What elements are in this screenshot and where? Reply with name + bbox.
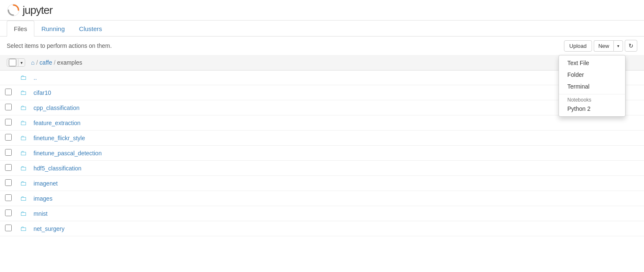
file-link[interactable]: mnist	[34, 210, 47, 217]
upload-button[interactable]: Upload	[564, 40, 592, 52]
row-checkbox-cell	[0, 131, 17, 146]
folder-icon: 🗀	[20, 149, 27, 157]
file-link[interactable]: finetune_flickr_style	[34, 135, 85, 141]
folder-icon: 🗀	[20, 89, 27, 96]
row-checkbox[interactable]	[5, 225, 12, 231]
breadcrumb-examples: examples	[57, 59, 82, 66]
row-checkbox[interactable]	[5, 104, 12, 110]
folder-icon: 🗀	[20, 195, 27, 202]
row-size-cell	[597, 191, 644, 206]
row-checkbox[interactable]	[5, 209, 12, 216]
row-name-cell: feature_extraction	[30, 115, 551, 131]
row-checkbox[interactable]	[5, 149, 12, 156]
row-size-cell	[597, 131, 644, 146]
file-link[interactable]: hdf5_classification	[34, 165, 81, 172]
row-checkbox[interactable]	[5, 194, 12, 201]
row-name-cell: imagenet	[30, 176, 551, 191]
refresh-button[interactable]: ↻	[625, 40, 637, 52]
file-link[interactable]: images	[34, 195, 52, 202]
row-checkbox[interactable]	[5, 179, 12, 186]
breadcrumb: ⌂ / caffe / examples	[31, 59, 82, 66]
row-modified-cell	[551, 191, 597, 206]
table-row: 🗀 images	[0, 191, 644, 206]
row-checkbox[interactable]	[5, 164, 12, 171]
file-link[interactable]: cifar10	[34, 89, 51, 96]
row-modified-cell	[551, 131, 597, 146]
jupyter-logo: jupyter	[7, 3, 52, 17]
file-link[interactable]: cpp_classification	[34, 105, 80, 111]
toolbar-select-info: Select items to perform actions on them.	[7, 42, 112, 49]
new-dropdown-toggle[interactable]: ▾	[613, 40, 623, 52]
menu-item-python2[interactable]: Python 2	[559, 103, 625, 115]
folder-icon: 🗀	[20, 104, 27, 111]
new-dropdown-menu: Text File Folder Terminal Notebooks Pyth…	[559, 55, 626, 117]
row-checkbox-cell	[0, 176, 17, 191]
folder-icon: 🗀	[20, 134, 27, 141]
row-icon-cell: 🗀	[17, 146, 30, 161]
row-checkbox[interactable]	[5, 89, 12, 95]
row-icon-cell: 🗀	[17, 85, 30, 100]
file-link[interactable]: feature_extraction	[34, 120, 80, 126]
row-icon-cell: 🗀	[17, 176, 30, 191]
header: jupyter	[0, 0, 644, 21]
select-all-dropdown-arrow[interactable]: ▾	[18, 59, 25, 66]
breadcrumb-caffe[interactable]: caffe	[39, 59, 52, 66]
row-icon-cell: 🗀	[17, 115, 30, 131]
row-name-cell: finetune_flickr_style	[30, 131, 551, 146]
select-all-checkbox[interactable]	[9, 59, 16, 66]
file-link[interactable]: net_surgery	[34, 225, 65, 232]
row-icon-cell: 🗀	[17, 161, 30, 176]
table-row: 🗀 ..	[0, 71, 644, 85]
table-row: 🗀 cpp_classification	[0, 100, 644, 115]
tabs-bar: Files Running Clusters	[0, 21, 644, 37]
row-checkbox-cell	[0, 115, 17, 131]
breadcrumb-sep-1: /	[36, 59, 38, 66]
row-size-cell	[597, 176, 644, 191]
row-modified-cell	[551, 206, 597, 221]
table-row: 🗀 cifar10	[0, 85, 644, 100]
row-checkbox-cell	[0, 85, 17, 100]
row-name-cell: mnist	[30, 206, 551, 221]
table-row: 🗀 feature_extraction	[0, 115, 644, 131]
row-name-cell: ..	[30, 71, 551, 85]
row-size-cell	[597, 221, 644, 236]
row-size-cell	[597, 115, 644, 131]
breadcrumb-sep-2: /	[54, 59, 55, 66]
select-all-control: ▾	[7, 58, 25, 67]
row-icon-cell: 🗀	[17, 131, 30, 146]
row-checkbox[interactable]	[5, 119, 12, 126]
table-row: 🗀 finetune_flickr_style	[0, 131, 644, 146]
new-button[interactable]: New	[594, 40, 613, 52]
row-checkbox-cell	[0, 206, 17, 221]
file-link[interactable]: ..	[34, 74, 37, 81]
table-row: 🗀 hdf5_classification	[0, 161, 644, 176]
row-checkbox-cell	[0, 71, 17, 85]
folder-icon: 🗀	[20, 165, 27, 172]
row-name-cell: cpp_classification	[30, 100, 551, 115]
table-row: 🗀 mnist	[0, 206, 644, 221]
tab-running[interactable]: Running	[34, 21, 72, 37]
file-link[interactable]: imagenet	[34, 180, 58, 187]
folder-icon: 🗀	[20, 210, 27, 217]
menu-item-folder[interactable]: Folder	[559, 69, 625, 81]
toolbar-right: Upload New ▾ ↻ Text File Folder Terminal…	[564, 40, 637, 52]
row-icon-cell: 🗀	[17, 221, 30, 236]
folder-icon: 🗀	[20, 119, 27, 126]
row-checkbox-cell	[0, 161, 17, 176]
tab-clusters[interactable]: Clusters	[72, 21, 109, 37]
new-button-group: New ▾	[594, 40, 623, 52]
menu-item-text-file[interactable]: Text File	[559, 57, 625, 69]
table-row: 🗀 net_surgery	[0, 221, 644, 236]
breadcrumb-home[interactable]: ⌂	[31, 59, 34, 66]
row-size-cell	[597, 206, 644, 221]
row-checkbox[interactable]	[5, 134, 12, 141]
file-link[interactable]: finetune_pascal_detection	[34, 150, 102, 157]
menu-divider	[559, 94, 625, 94]
row-modified-cell	[551, 221, 597, 236]
row-icon-cell: 🗀	[17, 71, 30, 85]
menu-item-terminal[interactable]: Terminal	[559, 81, 625, 92]
row-modified-cell	[551, 161, 597, 176]
folder-icon: 🗀	[20, 74, 27, 81]
tab-files[interactable]: Files	[7, 21, 34, 37]
breadcrumb-row: ▾ ⌂ / caffe / examples	[0, 55, 644, 71]
